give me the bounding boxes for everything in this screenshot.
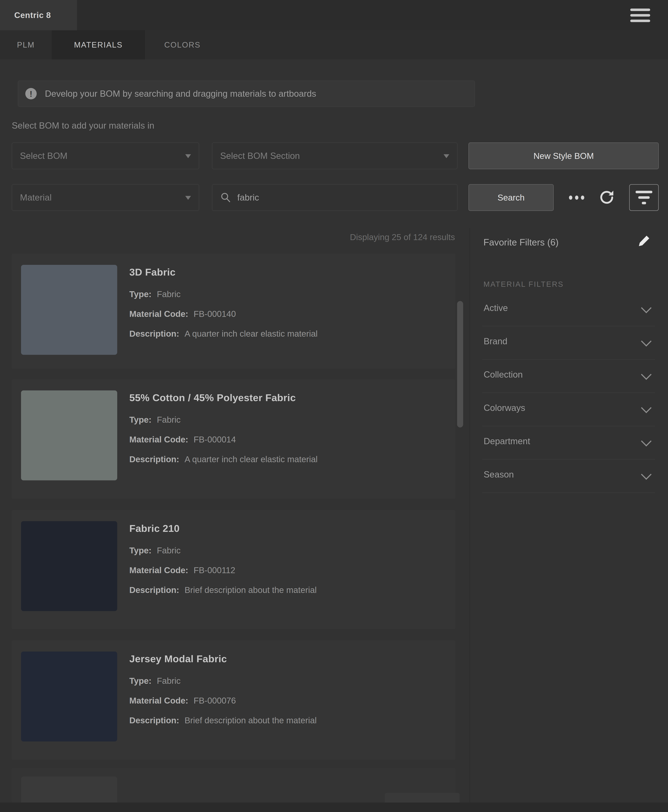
filter-item-collection[interactable]: Collection — [482, 366, 655, 399]
material-title: 3D Fabric — [129, 266, 444, 278]
code-value: FB-000076 — [194, 696, 236, 705]
type-label: Type: — [129, 289, 151, 299]
material-desc-row: Description:A quarter inch clear elastic… — [129, 329, 444, 338]
search-field[interactable] — [212, 184, 458, 211]
filter-button[interactable] — [629, 184, 659, 211]
filter-item-season[interactable]: Season — [482, 466, 655, 499]
material-title: Jersey Modal Fabric — [129, 653, 444, 665]
search-icon — [220, 192, 232, 203]
filter-lines-icon — [636, 191, 652, 193]
material-type-row: Type:Fabric — [129, 289, 444, 299]
app-title: Centric 8 — [14, 0, 51, 30]
main-tabbar: PLM MATERIALS COLORS — [0, 30, 668, 60]
code-label: Material Code: — [129, 309, 188, 318]
type-label: Type: — [129, 546, 151, 555]
search-button[interactable]: Search — [469, 184, 554, 211]
divider — [482, 459, 655, 460]
results-summary: Displaying 25 of 124 results — [232, 232, 455, 242]
material-thumbnail — [21, 521, 117, 611]
chevron-down-icon — [641, 469, 651, 480]
divider — [482, 326, 655, 326]
type-value: Fabric — [157, 546, 180, 555]
material-code-row: Material Code:FB-000076 — [129, 696, 444, 705]
desc-label: Description: — [129, 455, 179, 464]
tab-materials[interactable]: MATERIALS — [52, 30, 145, 60]
tab-plm[interactable]: PLM — [0, 30, 52, 60]
material-thumbnail — [21, 652, 117, 742]
results-scrollbar[interactable] — [457, 301, 463, 427]
desc-value: A quarter inch clear elastic material — [185, 455, 317, 464]
filter-label: Season — [484, 469, 514, 480]
material-type-row: Type:Fabric — [129, 415, 444, 425]
material-card[interactable]: Fabric 210 Type:Fabric Material Code:FB-… — [12, 510, 455, 629]
refresh-icon[interactable] — [598, 188, 616, 206]
material-dropdown-value: Material — [20, 192, 52, 203]
type-label: Type: — [129, 676, 151, 685]
material-thumbnail — [21, 265, 117, 355]
filter-label: Colorways — [484, 403, 525, 413]
material-type-row: Type:Fabric — [129, 676, 444, 686]
info-banner-text: Develop your BOM by searching and draggi… — [45, 88, 316, 99]
info-banner: ! Develop your BOM by searching and drag… — [18, 80, 475, 107]
type-value: Fabric — [157, 676, 180, 685]
code-label: Material Code: — [129, 435, 188, 444]
code-value: FB-000140 — [194, 309, 236, 318]
code-value: FB-000014 — [194, 435, 236, 444]
search-input[interactable] — [237, 192, 449, 203]
desc-value: A quarter inch clear elastic material — [185, 329, 317, 338]
material-card[interactable]: Jersey Modal Fabric Type:Fabric Material… — [12, 640, 455, 760]
material-code-row: Material Code:FB-000140 — [129, 309, 444, 319]
material-desc-row: Description:Brief description about the … — [129, 715, 444, 725]
filter-label: Brand — [484, 336, 507, 347]
material-filters-heading: MATERIAL FILTERS — [483, 280, 564, 288]
divider — [482, 426, 655, 426]
select-bom-section-dropdown[interactable]: Select BOM Section — [212, 142, 458, 169]
code-label: Material Code: — [129, 696, 188, 705]
select-bom-placeholder: Select BOM — [20, 151, 67, 161]
chevron-down-icon — [185, 154, 191, 158]
new-style-bom-button[interactable]: New Style BOM — [469, 142, 659, 169]
material-type-row: Type:Fabric — [129, 545, 444, 555]
select-bom-dropdown[interactable]: Select BOM — [12, 142, 199, 169]
desc-value: Brief description about the material — [185, 585, 317, 595]
chevron-down-icon — [641, 336, 651, 347]
select-bom-label: Select BOM to add your materials in — [12, 120, 154, 131]
material-card[interactable]: 3D Fabric Type:Fabric Material Code:FB-0… — [12, 254, 455, 368]
type-value: Fabric — [157, 415, 180, 424]
material-code-row: Material Code:FB-000014 — [129, 435, 444, 444]
bottom-chip — [385, 793, 459, 802]
chevron-down-icon — [641, 303, 651, 313]
more-options-icon[interactable] — [569, 184, 584, 211]
divider — [482, 359, 655, 360]
desc-label: Description: — [129, 715, 179, 725]
info-icon: ! — [25, 88, 37, 99]
chevron-down-icon — [641, 436, 651, 446]
bottom-bar — [0, 802, 668, 812]
chevron-down-icon — [185, 196, 191, 200]
filter-item-department[interactable]: Department — [482, 432, 655, 466]
filter-label: Active — [484, 303, 508, 313]
material-type-dropdown[interactable]: Material — [12, 184, 199, 211]
desc-label: Description: — [129, 585, 179, 595]
tab-colors[interactable]: COLORS — [145, 30, 220, 60]
code-value: FB-000112 — [194, 565, 235, 575]
material-title: 55% Cotton / 45% Polyester Fabric — [129, 392, 444, 403]
divider — [482, 492, 655, 493]
material-thumbnail — [21, 777, 117, 802]
select-bom-section-placeholder: Select BOM Section — [220, 151, 300, 161]
filter-item-colorways[interactable]: Colorways — [482, 399, 655, 432]
material-card[interactable]: 55% Cotton / 45% Polyester Fabric Type:F… — [12, 379, 455, 499]
material-desc-row: Description:Brief description about the … — [129, 585, 444, 595]
hamburger-menu-icon[interactable] — [630, 8, 650, 22]
filter-label: Collection — [484, 369, 523, 380]
desc-value: Brief description about the material — [185, 715, 317, 725]
code-label: Material Code: — [129, 565, 188, 575]
chevron-down-icon — [641, 369, 651, 380]
material-code-row: Material Code:FB-000112 — [129, 565, 444, 575]
filter-label: Department — [484, 436, 530, 446]
material-thumbnail — [21, 390, 117, 480]
filter-item-active[interactable]: Active — [482, 299, 655, 332]
type-value: Fabric — [157, 289, 180, 299]
filter-item-brand[interactable]: Brand — [482, 332, 655, 366]
edit-pencil-icon[interactable] — [638, 234, 651, 247]
